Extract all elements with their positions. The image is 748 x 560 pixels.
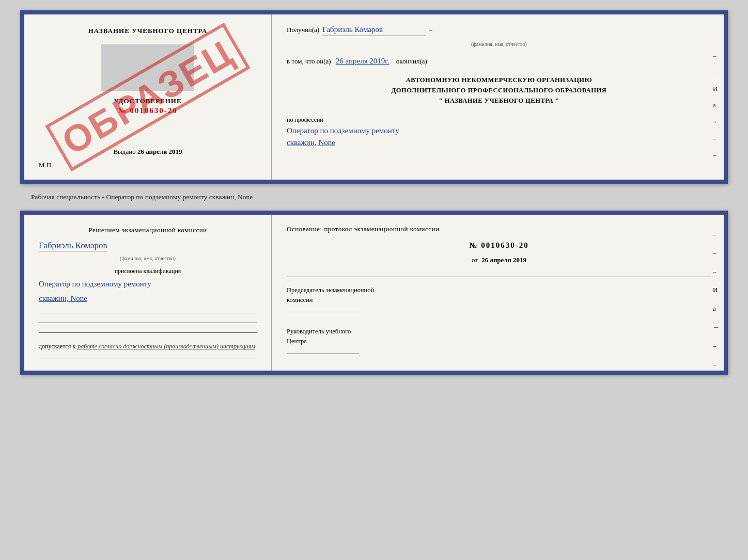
bdash-2: – — [713, 249, 720, 257]
bdash-5: а — [713, 305, 720, 313]
komissia-title: Решением экзаменационной комиссии — [39, 225, 257, 235]
org-line3: " НАЗВАНИЕ УЧЕБНОГО ЦЕНТРА " — [287, 95, 711, 106]
mp-label: М.П. — [39, 161, 257, 169]
predsedatel-block: Председатель экзаменационной комиссии — [287, 285, 711, 315]
dash-3: – — [713, 68, 720, 76]
dopusk-block: допускается к работе согласно должностны… — [39, 341, 257, 350]
dopusk-text: работе согласно должностным (производств… — [77, 343, 255, 350]
bdash-4: И — [713, 286, 720, 294]
ot-line: от 26 апреля 2019 — [287, 256, 711, 264]
underline4 — [39, 359, 257, 359]
predsedatel-signature-line — [287, 312, 359, 312]
right-side-dashes: – – – И а ← – – — [713, 35, 720, 159]
poluchil-label: Получил(а) — [287, 25, 319, 35]
dash-5: а — [713, 101, 720, 109]
top-doc-left: НАЗВАНИЕ УЧЕБНОГО ЦЕНТРА УДОСТОВЕРЕНИЕ №… — [24, 14, 272, 180]
bottom-right-dashes: – – – И а ← – – — [713, 230, 720, 369]
po-professii-label: по профессии — [287, 116, 711, 124]
prisvoena-label: присвоена квалификация — [39, 267, 257, 275]
profession-line1: Оператор по подземному ремонту — [287, 125, 711, 137]
org-line2: ДОПОЛНИТЕЛЬНОГО ПРОФЕССИОНАЛЬНОГО ОБРАЗО… — [287, 85, 711, 95]
bdash-8: – — [713, 360, 720, 369]
predsedatel-line2: комиссии — [287, 295, 711, 305]
kvalif-profession1: Оператор по подземному ремонту — [39, 278, 257, 290]
vtom-label: в том, что он(а) — [287, 57, 331, 65]
separator-text: Рабочая специальность - Оператор по подз… — [10, 193, 253, 201]
profession-block: по профессии Оператор по подземному ремо… — [287, 116, 711, 148]
rukovoditel-line1: Руководитель учебного — [287, 327, 711, 337]
bdash-7: – — [713, 342, 720, 350]
dash-6: ← — [713, 118, 720, 126]
top-document: НАЗВАНИЕ УЧЕБНОГО ЦЕНТРА УДОСТОВЕРЕНИЕ №… — [20, 10, 728, 184]
org-block: АВТОНОМНУЮ НЕКОММЕРЧЕСКУЮ ОРГАНИЗАЦИЮ ДО… — [287, 75, 711, 106]
underline1 — [39, 313, 257, 313]
top-left-title: НАЗВАНИЕ УЧЕБНОГО ЦЕНТРА — [39, 27, 257, 35]
dopusk-label: допускается к — [39, 343, 75, 350]
udost-number: № 0010630-20 — [39, 106, 257, 115]
ot-date: 26 апреля 2019 — [481, 256, 526, 264]
kvalif-profession2: скважин, None — [39, 293, 257, 305]
top-doc-right: Получил(а) Габриэль Комаров – (фамилия, … — [272, 14, 724, 180]
poluchil-name: Габриэль Комаров — [322, 24, 426, 36]
okonchil-label: окончил(а) — [396, 57, 427, 65]
bdash-3: – — [713, 267, 720, 276]
rukovoditel-signature-line — [287, 354, 359, 354]
rukovoditel-block: Руководитель учебного Центра — [287, 327, 711, 357]
bottom-right-underline1 — [287, 277, 711, 277]
dash-1: – — [713, 35, 720, 43]
vydano-line: Выдано 26 апреля 2019 — [39, 148, 257, 159]
vtom-line: в том, что он(а) 26 апреля 2019г. окончи… — [287, 55, 711, 67]
dash-4: И — [713, 85, 720, 93]
bottom-document: Решением экзаменационной комиссии Габриэ… — [20, 211, 728, 375]
bdash-1: – — [713, 230, 720, 238]
poluchil-line: Получил(а) Габриэль Комаров – — [287, 24, 711, 36]
bottom-doc-right: Основание: протокол экзаменационной коми… — [272, 215, 724, 371]
ot-label: от — [472, 256, 478, 264]
underline3 — [39, 332, 257, 333]
gray-photo-box — [101, 44, 194, 91]
bottom-name: Габриэль Комаров — [39, 241, 107, 251]
bdash-6: ← — [713, 323, 720, 331]
fio-label-top: (фамилия, имя, отчество) — [287, 41, 711, 47]
dash-2: – — [713, 52, 720, 60]
org-line1: АВТОНОМНУЮ НЕКОММЕРЧЕСКУЮ ОРГАНИЗАЦИЮ — [287, 75, 711, 85]
rukovoditel-line2: Центра — [287, 337, 711, 346]
profession-line2: скважин, None — [287, 137, 711, 149]
dash-8: – — [713, 151, 720, 159]
name-handwritten-block: Габриэль Комаров — [39, 241, 257, 252]
fio-label-bottom: (фамилия, имя, отчество) — [39, 255, 257, 261]
underline2 — [39, 323, 257, 323]
osnov-label: Основание: протокол экзаменационной коми… — [287, 224, 711, 235]
vydano-label: Выдано — [113, 148, 135, 155]
dash1: – — [429, 25, 432, 35]
vydano-date: 26 апреля 2019 — [137, 148, 182, 155]
predsedatel-line1: Председатель экзаменационной — [287, 285, 711, 295]
udost-label: УДОСТОВЕРЕНИЕ — [39, 97, 257, 105]
protocol-number: № 0010630-20 — [287, 241, 711, 250]
vtom-date: 26 апреля 2019г. — [336, 57, 389, 65]
bottom-doc-left: Решением экзаменационной комиссии Габриэ… — [24, 215, 272, 371]
dash-7: – — [713, 134, 720, 142]
